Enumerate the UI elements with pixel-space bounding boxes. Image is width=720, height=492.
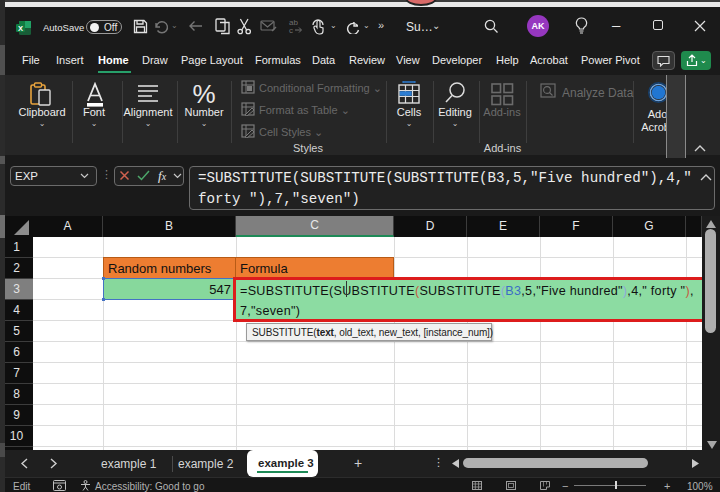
svg-text:c: c	[289, 26, 293, 34]
svg-text:X: X	[18, 24, 23, 33]
